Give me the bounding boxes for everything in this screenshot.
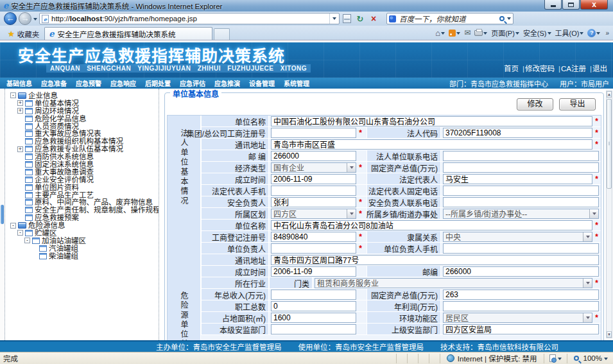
- annual-profit-input[interactable]: [443, 301, 599, 311]
- zoom-control[interactable]: 100%: [567, 354, 613, 363]
- nav-item[interactable]: 应急评估: [180, 78, 205, 88]
- unit-postcode-input[interactable]: [443, 266, 599, 277]
- district-select[interactable]: 四方区: [271, 209, 356, 219]
- industry-category-select[interactable]: 租赁和商务服务业: [315, 278, 592, 288]
- tree-item[interactable]: 安全生产责任制、规章制度、操作规程信息: [8, 206, 159, 214]
- mail-button[interactable]: ✉: [464, 28, 471, 37]
- tree-expander-icon[interactable]: -: [10, 92, 16, 98]
- favorites-button[interactable]: ★ 收藏夹: [3, 28, 44, 40]
- tree-expander-icon[interactable]: +: [17, 146, 23, 152]
- corp-postcode-input[interactable]: [271, 151, 356, 161]
- nav-item[interactable]: 应急推演: [214, 78, 240, 88]
- unit-address-input[interactable]: [271, 255, 599, 265]
- local-supervision-dept-input[interactable]: [271, 324, 356, 334]
- compatibility-view-icon[interactable]: [343, 14, 351, 23]
- tree-item[interactable]: +单位基本情况: [8, 100, 159, 107]
- minimize-button[interactable]: [544, 0, 562, 10]
- tree-expander-icon[interactable]: -: [24, 238, 30, 243]
- search-icon[interactable]: [499, 16, 505, 21]
- economic-type-select[interactable]: 国有企业: [271, 162, 356, 173]
- forward-button[interactable]: →: [19, 12, 31, 25]
- legal-representative-input[interactable]: [443, 174, 592, 184]
- corp-address-input[interactable]: [271, 139, 592, 150]
- print-button[interactable]: [474, 30, 487, 37]
- header-link[interactable]: 退出: [592, 65, 607, 73]
- home-button[interactable]: ⌂: [435, 29, 445, 37]
- refresh-icon[interactable]: ↻: [354, 14, 366, 24]
- nav-item[interactable]: 系统管理: [284, 78, 309, 88]
- tree-item[interactable]: 原料、中间产物、产品、废弃物信息: [8, 198, 159, 206]
- annual-income-input[interactable]: [271, 290, 356, 300]
- tree-item[interactable]: 危险化学品信息: [8, 115, 159, 123]
- nav-item[interactable]: 基础信息: [6, 78, 32, 88]
- tree-expander-icon[interactable]: +: [17, 100, 23, 106]
- township-select[interactable]: --所属乡镇/街道办事处--: [443, 209, 599, 219]
- scroll-up-icon[interactable]: ▲: [607, 91, 612, 98]
- unit-founded-date-input[interactable]: [271, 266, 356, 277]
- legal-rep-phone-input[interactable]: [443, 186, 599, 196]
- tree-item[interactable]: 人员资质情况: [8, 123, 159, 130]
- unit-name-input[interactable]: [271, 220, 592, 230]
- close-button[interactable]: x: [580, 0, 608, 10]
- export-button[interactable]: 导出: [559, 98, 596, 110]
- tree-item[interactable]: +周边环境情况: [8, 107, 159, 115]
- tree-expander-icon[interactable]: -: [10, 223, 16, 229]
- tree-item[interactable]: -加油站油罐区: [8, 237, 159, 245]
- tree-item[interactable]: 单位图片资料: [8, 184, 159, 191]
- tree-item[interactable]: 主要产品生产工艺: [8, 191, 159, 199]
- safety-officer-input[interactable]: [271, 197, 356, 207]
- feeds-button[interactable]: [449, 30, 460, 37]
- scroll-down-icon[interactable]: ▼: [607, 331, 612, 338]
- nav-item[interactable]: 应急预警: [76, 78, 101, 88]
- tree-item[interactable]: 消防供水系统信息: [8, 153, 159, 160]
- search-box[interactable]: 百度一下，你就知道: [386, 13, 514, 24]
- group-business-reg-no-input[interactable]: [271, 128, 356, 138]
- url-dropdown-icon[interactable]: [329, 13, 339, 24]
- content-scrollbar[interactable]: ▲ ▼: [606, 91, 612, 338]
- tools-menu[interactable]: 工具(O): [555, 28, 584, 38]
- tree-item[interactable]: -危险源信息: [8, 221, 159, 229]
- corp-founded-date-input[interactable]: [271, 174, 356, 184]
- tree-item[interactable]: 应急救援预案: [8, 214, 159, 221]
- active-tab[interactable]: e 安全生产应急救援指挥辅助决策系统: [44, 27, 212, 40]
- legal-rep-mobile-input[interactable]: [271, 186, 356, 196]
- toolbar-overflow-icon[interactable]: »: [605, 30, 609, 37]
- header-link[interactable]: 修改密码: [525, 65, 555, 73]
- url-field[interactable]: e http://localhost:90/yjzh/frame/homepag…: [39, 13, 340, 24]
- tree-item[interactable]: 重大事故应急情况表: [8, 130, 159, 137]
- corp-unit-name-input[interactable]: [271, 116, 592, 126]
- safety-officer-phone-input[interactable]: [443, 197, 599, 207]
- corp-phone-input[interactable]: [443, 151, 599, 161]
- corp-fixed-assets-input[interactable]: [443, 162, 599, 173]
- splitter-handle[interactable]: [1, 205, 4, 224]
- tree-item[interactable]: 企业安全评价情况: [8, 176, 159, 184]
- tree-item[interactable]: 固定泡沫系统信息: [8, 160, 159, 168]
- tree-item[interactable]: 汽油罐组: [8, 245, 159, 252]
- back-button[interactable]: ←: [4, 12, 17, 25]
- history-dropdown-icon[interactable]: [33, 18, 37, 22]
- nav-item[interactable]: 后期处置: [145, 78, 171, 88]
- affiliation-select[interactable]: 中央: [443, 232, 592, 242]
- tree-item[interactable]: -企业信息: [8, 92, 159, 100]
- page-view-control[interactable]: [544, 354, 567, 363]
- tree-item[interactable]: +应急救援专业队伍基本情况: [8, 145, 159, 153]
- new-tab-stub[interactable]: [214, 28, 230, 40]
- business-reg-no-input[interactable]: [271, 232, 356, 242]
- tree-item[interactable]: 重大事故隐患调查: [8, 168, 159, 176]
- maximize-button[interactable]: [562, 0, 580, 10]
- superior-supervision-dept-input[interactable]: [443, 324, 599, 334]
- nav-item[interactable]: 应急准备: [41, 78, 67, 88]
- help-menu[interactable]: ?: [587, 29, 600, 37]
- env-function-zone-select[interactable]: 居民区: [443, 313, 592, 323]
- tree-expander-icon[interactable]: +: [17, 108, 23, 114]
- page-menu[interactable]: 页面(P): [491, 28, 519, 38]
- tree-item[interactable]: -贮罐区: [8, 229, 159, 237]
- unit-head-mobile-input[interactable]: [443, 243, 599, 254]
- fixed-assets-input[interactable]: [443, 290, 599, 300]
- land-area-input[interactable]: [271, 313, 356, 323]
- search-dropdown-icon[interactable]: [507, 17, 511, 22]
- tree-item[interactable]: 应急救援组织机构基本情况: [8, 137, 159, 145]
- nav-item[interactable]: 设备管理: [249, 78, 275, 88]
- legal-person-code-input[interactable]: [443, 128, 592, 138]
- staff-total-input[interactable]: [271, 301, 356, 311]
